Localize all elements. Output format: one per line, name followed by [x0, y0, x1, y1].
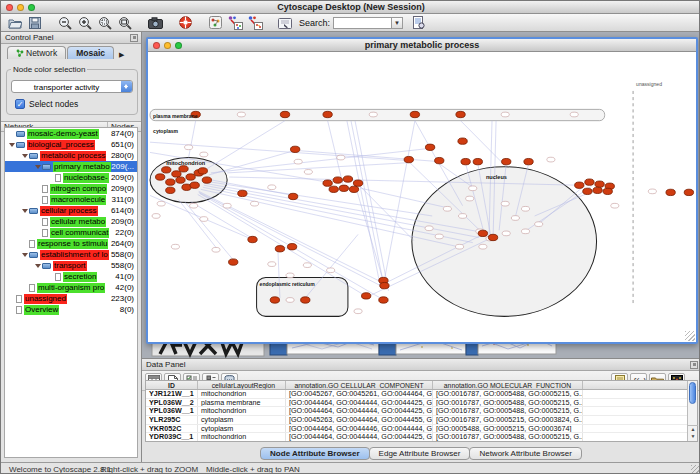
- network-window-titlebar[interactable]: primary metabolic process: [148, 39, 696, 52]
- network-node[interactable]: [152, 214, 160, 219]
- table-scrollbar[interactable]: ▲▼: [687, 381, 697, 441]
- network-node[interactable]: [200, 217, 208, 222]
- zoom-fit-icon[interactable]: [115, 15, 135, 31]
- preferred-layout-icon[interactable]: [205, 15, 225, 31]
- network-node[interactable]: [469, 186, 477, 191]
- network-node[interactable]: [502, 231, 510, 236]
- nucleus-region[interactable]: [412, 167, 597, 317]
- network-node[interactable]: [648, 189, 656, 194]
- tree-item[interactable]: cellular process614(0): [5, 205, 137, 216]
- network-node-selected[interactable]: [156, 174, 165, 180]
- network-node-selected[interactable]: [666, 189, 675, 195]
- network-node-selected[interactable]: [379, 297, 388, 303]
- network-node[interactable]: [190, 203, 198, 208]
- tree-item[interactable]: unassigned223(0): [5, 293, 137, 304]
- network-node[interactable]: [479, 244, 487, 249]
- network-node[interactable]: [185, 145, 193, 150]
- table-row[interactable]: YKR052Ccytoplasm[GO:0044464, GO:0044446,…: [146, 425, 687, 434]
- network-node[interactable]: [535, 222, 543, 227]
- network-node-selected[interactable]: [229, 259, 238, 265]
- tree-item[interactable]: metabolic process280(0): [5, 150, 137, 161]
- attribute-table[interactable]: ID_cellularLayoutRegionannotation.GO CEL…: [146, 381, 687, 441]
- open-icon[interactable]: [5, 15, 25, 31]
- tree-item[interactable]: nucleobase-209(0): [5, 172, 137, 183]
- network-node-selected[interactable]: [595, 181, 604, 187]
- tab-network[interactable]: Network: [7, 46, 66, 59]
- network-node-selected[interactable]: [575, 182, 584, 188]
- network-node[interactable]: [250, 201, 258, 206]
- search-settings-icon[interactable]: [409, 15, 429, 31]
- node-color-dropdown[interactable]: transporter activity: [11, 80, 133, 93]
- tree-item[interactable]: biological_process651(0): [5, 139, 137, 150]
- select-nodes-checkbox[interactable]: ✓: [15, 99, 25, 109]
- network-node-selected[interactable]: [585, 179, 594, 185]
- network-node[interactable]: [611, 203, 619, 208]
- network-node-selected[interactable]: [323, 111, 332, 117]
- network-node-selected[interactable]: [461, 158, 470, 164]
- table-row[interactable]: YPL036W__2plasma membrane[GO:0044464, GO…: [146, 399, 687, 408]
- network-node[interactable]: [425, 226, 433, 231]
- snapshot-icon[interactable]: [145, 15, 165, 31]
- network-node[interactable]: [337, 155, 345, 160]
- tree-item[interactable]: transport558(0): [5, 260, 137, 271]
- network-node-selected[interactable]: [166, 187, 175, 193]
- network-node[interactable]: [268, 185, 276, 190]
- network-node-selected[interactable]: [339, 185, 348, 191]
- network-node[interactable]: [304, 170, 312, 175]
- network-node-selected[interactable]: [524, 158, 533, 164]
- network-node-selected[interactable]: [404, 156, 413, 162]
- network-node-selected[interactable]: [478, 230, 487, 236]
- network-node-selected[interactable]: [425, 144, 434, 150]
- network-node[interactable]: [521, 229, 529, 234]
- network-node[interactable]: [511, 216, 519, 221]
- float-data-panel-icon[interactable]: [690, 361, 698, 369]
- network-node[interactable]: [501, 112, 509, 117]
- network-node[interactable]: [570, 112, 578, 117]
- network-node-selected[interactable]: [288, 193, 297, 199]
- network-node-selected[interactable]: [238, 190, 247, 196]
- window-titlebar[interactable]: Cytoscape Desktop (New Session): [1, 1, 700, 14]
- network-node[interactable]: [521, 206, 529, 211]
- network-node-selected[interactable]: [280, 111, 289, 117]
- network-node[interactable]: [200, 152, 208, 157]
- tree-expand-icon[interactable]: [21, 253, 29, 257]
- network-node[interactable]: [455, 244, 463, 249]
- table-row[interactable]: YLR295Ccytoplasm[GO:0045263, GO:0044464,…: [146, 416, 687, 425]
- network-node-selected[interactable]: [198, 168, 207, 174]
- network-view-window[interactable]: primary metabolic process plasma membran…: [146, 37, 698, 344]
- network-node[interactable]: [303, 263, 311, 268]
- tree-item[interactable]: cellular metabo209(0): [5, 216, 137, 227]
- column-header[interactable]: annotation.GO MOLECULAR_FUNCTION: [433, 381, 583, 389]
- tab-network-attribute-browser[interactable]: Network Attribute Browser: [469, 447, 581, 460]
- tree-item[interactable]: Overview8(0): [5, 304, 137, 315]
- network-node-selected[interactable]: [458, 138, 467, 144]
- network-node[interactable]: [294, 159, 302, 164]
- tree-item[interactable]: secretion41(0): [5, 271, 137, 282]
- tree-expand-icon[interactable]: [34, 165, 42, 169]
- network-node-selected[interactable]: [329, 186, 338, 192]
- column-header[interactable]: annotation.GO CELLULAR_COMPONENT: [286, 381, 433, 389]
- tab-mosaic[interactable]: Mosaic: [67, 46, 114, 59]
- zoom-in-icon[interactable]: [75, 15, 95, 31]
- network-node-selected[interactable]: [323, 180, 332, 186]
- zoom-out-icon[interactable]: [55, 15, 75, 31]
- network-node-selected[interactable]: [435, 157, 444, 163]
- tree-item[interactable]: cell communicat22(0): [5, 227, 137, 238]
- tree-item[interactable]: nitrogen compo209(0): [5, 183, 137, 194]
- help-icon[interactable]: [175, 15, 195, 31]
- tree-item[interactable]: macromolecule311(0): [5, 194, 137, 205]
- table-row[interactable]: YPL036W__1mitochondrion[GO:0044464, GO:0…: [146, 407, 687, 416]
- network-node-selected[interactable]: [202, 177, 211, 183]
- network-node[interactable]: [212, 247, 220, 252]
- network-node-selected[interactable]: [301, 297, 310, 303]
- tree-item[interactable]: mosaic-demo-yeast874(0): [5, 128, 137, 139]
- scrollbar-thumb[interactable]: [689, 382, 696, 404]
- network-node-selected[interactable]: [488, 234, 497, 240]
- tree-expand-icon[interactable]: [21, 209, 29, 213]
- network-node[interactable]: [354, 309, 362, 314]
- network-node-selected[interactable]: [343, 176, 352, 182]
- network-node[interactable]: [268, 262, 276, 267]
- network-node[interactable]: [547, 157, 555, 162]
- network-node-selected[interactable]: [290, 146, 299, 152]
- column-header[interactable]: ID: [146, 381, 198, 389]
